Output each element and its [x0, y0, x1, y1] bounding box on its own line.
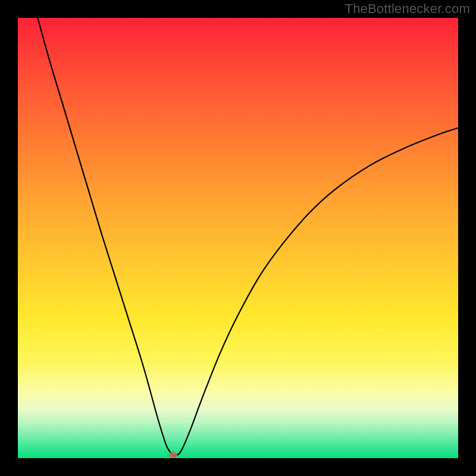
curve-svg	[18, 18, 458, 458]
chart-frame: TheBottlenecker.com	[0, 0, 476, 476]
plot-area	[18, 18, 458, 458]
watermark-text: TheBottlenecker.com	[345, 1, 470, 17]
bottleneck-curve	[37, 18, 458, 456]
optimum-marker	[169, 452, 177, 458]
